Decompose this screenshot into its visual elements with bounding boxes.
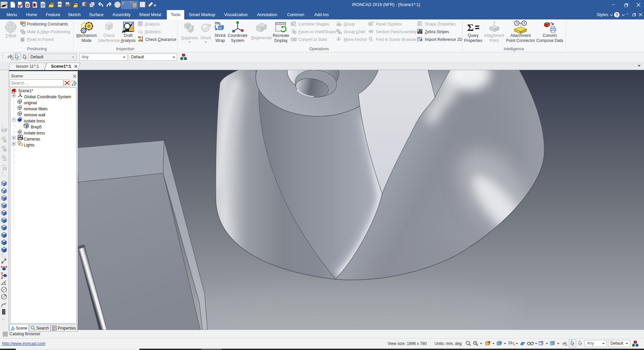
svg-text:√a: √a [138,29,143,34]
svg-text:Σ: Σ [467,22,474,33]
svg-text:?: ? [615,12,618,17]
svg-text:dxf: dxf [418,38,420,40]
